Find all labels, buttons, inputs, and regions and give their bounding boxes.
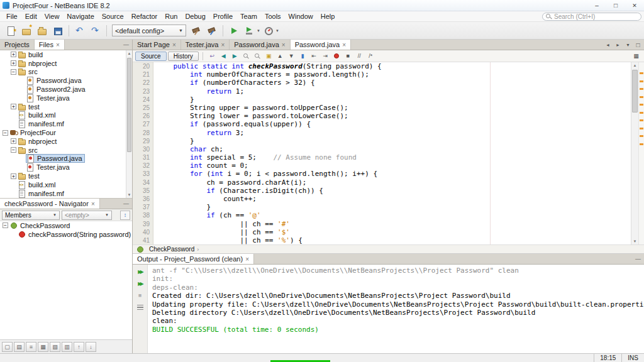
menu-profile[interactable]: Profile [209, 11, 236, 21]
menu-navigate[interactable]: Navigate [63, 11, 97, 21]
close-icon[interactable] [342, 41, 346, 48]
navigator-tab[interactable]: checkPassword - Navigator [0, 199, 100, 209]
comment-button[interactable]: // [354, 52, 365, 61]
close-icon[interactable] [91, 200, 95, 207]
uncomment-button[interactable]: /* [365, 52, 376, 61]
profile-project-button[interactable] [261, 23, 276, 38]
scroll-up-icon[interactable]: ▲ [126, 50, 132, 57]
warning-mark[interactable] [640, 112, 643, 114]
menu-window[interactable]: Window [285, 11, 317, 21]
warning-mark[interactable] [640, 72, 643, 74]
expand-handle[interactable]: + [11, 104, 16, 109]
toggle-highlight-button[interactable]: ▣ [264, 52, 274, 61]
chevron-down-icon[interactable]: ▼ [275, 29, 279, 33]
explorer-tab-projects[interactable]: Projects [0, 40, 35, 50]
warning-mark[interactable] [640, 88, 643, 90]
pages-button[interactable]: ▥ [62, 342, 72, 352]
files-item-src[interactable]: −src [0, 146, 132, 155]
files-item-projectfour[interactable]: −ProjectFour [0, 128, 132, 137]
build-project-button[interactable] [189, 23, 204, 38]
expand-handle[interactable]: + [11, 52, 16, 57]
menu-view[interactable]: View [41, 11, 64, 21]
warning-mark[interactable] [640, 96, 643, 98]
run-project-button[interactable] [226, 23, 242, 38]
ant-settings-button[interactable] [135, 302, 146, 312]
chevron-down-icon[interactable]: ▼ [257, 29, 260, 33]
menu-refactor[interactable]: Refactor [128, 11, 162, 21]
files-button[interactable]: ▤ [14, 342, 25, 352]
editor-tab-tester-java[interactable]: Tester.java [181, 40, 230, 50]
sort-down-button[interactable]: ↓ [86, 342, 96, 352]
menu-tools[interactable]: Tools [261, 11, 285, 21]
expand-handle[interactable]: + [11, 173, 16, 179]
expand-handle[interactable]: + [11, 60, 16, 66]
save-all-button[interactable] [50, 23, 65, 38]
code-editor[interactable]: 20 public static int checkPassword(Strin… [133, 62, 644, 244]
collapse-handle[interactable]: − [11, 147, 16, 153]
scroll-up-icon[interactable]: ▲ [631, 62, 638, 69]
shift-right-button[interactable]: ⇥ [320, 52, 331, 61]
navigator-scope-select[interactable]: Members ▼ [2, 211, 60, 220]
rerun-button[interactable]: ▶▶ [135, 266, 146, 277]
new-file-button[interactable] [3, 23, 18, 38]
menu-edit[interactable]: Edit [21, 11, 41, 21]
warning-mark[interactable] [640, 104, 643, 106]
explorer-tab-files[interactable]: Files [35, 40, 65, 50]
close-icon[interactable] [282, 41, 286, 48]
forward-button[interactable]: ▶ [230, 52, 240, 61]
files-tree-scrollbar[interactable]: ▲ ▼ [126, 50, 132, 198]
files-item-build-xml[interactable]: build.xml [0, 180, 132, 189]
sort-alphabetically-button[interactable]: ↕ [120, 211, 130, 220]
navigator-item-checkpassword[interactable]: −CheckPassword [0, 221, 132, 230]
menu-help[interactable]: Help [317, 11, 339, 21]
stop-macro-button[interactable]: ■ [343, 52, 353, 61]
files-item-manifest-mf[interactable]: manifest.mf [0, 119, 132, 128]
files-item-manifest-mf[interactable]: manifest.mf [0, 189, 132, 198]
files-item-test[interactable]: +test [0, 172, 132, 180]
find-occurrences-button[interactable] [252, 52, 263, 61]
start-macro-button[interactable] [331, 52, 342, 61]
window-button[interactable]: ▢ [2, 342, 13, 352]
grid-button[interactable]: ▦ [38, 342, 48, 352]
maximize-editor-button[interactable] [633, 40, 643, 49]
files-item-build-xml[interactable]: build.xml [0, 111, 132, 120]
close-icon[interactable] [221, 41, 225, 48]
navigator-filter-select[interactable]: <empty> ▼ [62, 211, 112, 220]
minimize-panel-button[interactable] [121, 199, 131, 208]
menu-team[interactable]: Team [236, 11, 261, 21]
editor-tab-password-java[interactable]: Password.java [291, 40, 351, 50]
shift-left-button[interactable]: ⇤ [309, 52, 319, 61]
minimize-panel-button[interactable] [121, 40, 131, 49]
config-selector[interactable]: <default config> ▼ [112, 25, 186, 36]
rerun-with-args-button[interactable]: ▶▶ [135, 278, 146, 288]
scroll-down-icon[interactable]: ▼ [631, 238, 638, 244]
warning-mark[interactable] [640, 128, 643, 129]
collapse-handle[interactable]: − [11, 69, 16, 75]
menu-debug[interactable]: Debug [181, 11, 209, 21]
minimize-button[interactable] [587, 0, 606, 11]
open-project-button[interactable] [35, 23, 50, 38]
back-button[interactable]: ◀ [218, 52, 229, 61]
editor-tab-password-java[interactable]: Password.java [230, 40, 290, 50]
files-item-nbproject[interactable]: +nbproject [0, 137, 132, 146]
collapse-handle[interactable]: − [3, 130, 8, 136]
scroll-down-icon[interactable]: ▼ [126, 192, 132, 198]
last-edit-button[interactable]: ↩ [207, 52, 218, 61]
error-stripe[interactable] [638, 62, 644, 244]
editor-scrollbar[interactable]: ▲ ▼ [631, 62, 638, 244]
warning-mark[interactable] [640, 80, 643, 82]
warning-mark[interactable] [640, 143, 643, 145]
view-button-source[interactable]: Source [135, 52, 167, 61]
files-item-tester-java[interactable]: Tester.java [0, 94, 132, 102]
new-project-button[interactable] [19, 23, 34, 38]
files-item-password-java[interactable]: Password.java [0, 76, 132, 85]
next-bookmark-button[interactable]: ▼ [286, 52, 297, 61]
close-button[interactable] [625, 0, 644, 11]
tab-list-button[interactable] [623, 40, 633, 49]
files-item-src[interactable]: −src [0, 68, 132, 77]
minimize-panel-button[interactable] [633, 255, 643, 263]
scrollbar-thumb[interactable] [127, 58, 131, 152]
output-tab[interactable]: Output - Project_Password (clean) [133, 254, 254, 264]
undo-button[interactable] [72, 23, 87, 38]
breadcrumb-item[interactable]: CheckPassword [149, 246, 194, 253]
